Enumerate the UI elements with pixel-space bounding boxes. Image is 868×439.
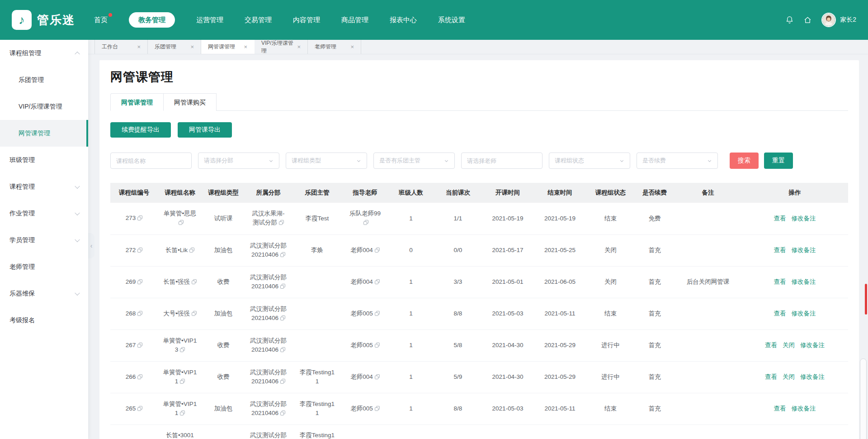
action-edit-remark[interactable]: 修改备注: [792, 215, 816, 222]
open-tab-3[interactable]: VIP/乐理课管理×: [255, 40, 308, 54]
cell-0-8: 2021-05-19: [482, 203, 533, 234]
copy-icon[interactable]: [280, 409, 285, 418]
nav-item-1[interactable]: 教务管理: [129, 12, 175, 28]
sidebar-item-label: 老师管理: [9, 263, 35, 270]
action-close[interactable]: 关闭: [783, 373, 795, 380]
nav-item-6[interactable]: 报表中心: [390, 16, 417, 24]
copy-icon[interactable]: [137, 214, 142, 223]
action-view[interactable]: 查看: [774, 215, 786, 222]
copy-icon[interactable]: [280, 251, 285, 260]
avatar[interactable]: [821, 13, 836, 27]
nav-item-3[interactable]: 交易管理: [245, 16, 272, 24]
scrollbar-thumb[interactable]: [860, 358, 867, 439]
open-tab-2[interactable]: 网管课管理×: [201, 40, 255, 54]
copy-icon[interactable]: [375, 405, 380, 414]
action-view[interactable]: 查看: [774, 278, 786, 285]
copy-icon[interactable]: [363, 219, 368, 228]
cell-7-3: 武汉测试分部: [245, 425, 292, 439]
copy-icon[interactable]: [279, 219, 284, 228]
copy-icon[interactable]: [375, 246, 380, 255]
copy-icon[interactable]: [137, 310, 142, 319]
sidebar-item-3[interactable]: 网管课管理: [0, 120, 88, 147]
copy-icon[interactable]: [137, 341, 142, 350]
close-icon[interactable]: ×: [350, 44, 354, 50]
filter-input-4[interactable]: [461, 153, 542, 169]
bell-icon[interactable]: [785, 15, 794, 24]
copy-icon[interactable]: [280, 346, 285, 355]
close-icon[interactable]: ×: [190, 44, 194, 50]
action-view[interactable]: 查看: [774, 405, 786, 412]
action-edit-remark[interactable]: 修改备注: [792, 247, 816, 253]
sidebar-item-7[interactable]: 学员管理: [0, 227, 88, 253]
close-icon[interactable]: ×: [244, 44, 247, 50]
filter-select-2[interactable]: 课程组类型: [286, 153, 367, 169]
cell-text: 结束: [604, 215, 617, 222]
filter-input[interactable]: [116, 157, 186, 164]
filter-input[interactable]: [467, 157, 537, 164]
copy-icon[interactable]: [189, 246, 194, 255]
close-icon[interactable]: ×: [297, 44, 301, 50]
export-button-1[interactable]: 网管课导出: [178, 122, 232, 138]
search-button[interactable]: 搜索: [730, 153, 759, 169]
copy-icon[interactable]: [137, 278, 142, 287]
copy-icon[interactable]: [137, 246, 142, 255]
sidebar-item-5[interactable]: 课程管理: [0, 173, 88, 200]
copy-icon[interactable]: [375, 341, 380, 350]
filter-select-5[interactable]: 课程组状态: [549, 153, 630, 169]
sidebar-item-9[interactable]: 乐器维保: [0, 280, 88, 307]
copy-icon[interactable]: [179, 219, 184, 228]
nav-item-7[interactable]: 系统设置: [438, 16, 465, 24]
action-close[interactable]: 关闭: [783, 342, 795, 348]
export-button-0[interactable]: 续费提醒导出: [110, 122, 171, 138]
copy-icon[interactable]: [137, 373, 142, 382]
action-edit-remark[interactable]: 修改备注: [792, 405, 816, 412]
action-edit-remark[interactable]: 修改备注: [792, 310, 816, 317]
sidebar-item-4[interactable]: 班级管理: [0, 147, 88, 173]
content-tab-1[interactable]: 网管课购买: [164, 93, 217, 111]
cell-text: 李霞Testing11: [300, 401, 335, 416]
sidebar-item-2[interactable]: VIP/乐理课管理: [0, 93, 88, 120]
copy-icon[interactable]: [280, 314, 285, 323]
action-edit-remark[interactable]: 修改备注: [800, 373, 825, 380]
nav-item-0[interactable]: 首页: [94, 16, 108, 24]
action-edit-remark[interactable]: 修改备注: [800, 342, 825, 348]
sidebar-collapse-handle[interactable]: ‹: [88, 233, 94, 258]
nav-item-4[interactable]: 内容管理: [293, 16, 320, 24]
copy-icon[interactable]: [375, 278, 380, 287]
copy-icon[interactable]: [192, 310, 197, 319]
copy-icon[interactable]: [280, 377, 285, 387]
copy-icon[interactable]: [192, 278, 197, 287]
sidebar-item-6[interactable]: 作业管理: [0, 200, 88, 227]
filter-select-1[interactable]: 请选择分部: [198, 153, 279, 169]
content-tab-0[interactable]: 网管课管理: [110, 93, 164, 111]
app-logo[interactable]: ♪: [12, 10, 32, 30]
nav-item-5[interactable]: 商品管理: [341, 16, 368, 24]
sidebar-item-1[interactable]: 乐团管理: [0, 67, 88, 93]
nav-item-2[interactable]: 运营管理: [196, 16, 223, 24]
open-tab-0[interactable]: 工作台×: [94, 40, 148, 54]
copy-icon[interactable]: [375, 373, 380, 382]
copy-icon[interactable]: [180, 409, 185, 418]
copy-icon[interactable]: [137, 405, 142, 414]
action-view[interactable]: 查看: [774, 310, 786, 317]
open-tab-1[interactable]: 乐团管理×: [148, 40, 201, 54]
copy-icon[interactable]: [180, 377, 185, 387]
close-icon[interactable]: ×: [137, 44, 141, 50]
home-icon[interactable]: [803, 16, 812, 24]
action-view[interactable]: 查看: [765, 373, 777, 380]
sidebar-item-0[interactable]: 课程组管理: [0, 40, 88, 67]
open-tab-4[interactable]: 老师管理×: [308, 40, 361, 54]
copy-icon[interactable]: [375, 310, 380, 319]
copy-icon[interactable]: [180, 346, 185, 355]
sidebar-item-8[interactable]: 老师管理: [0, 253, 88, 280]
filter-select-3[interactable]: 是否有乐团主管: [373, 153, 455, 169]
action-edit-remark[interactable]: 修改备注: [792, 278, 816, 285]
filter-input-0[interactable]: [110, 153, 192, 169]
sidebar-item-10[interactable]: 考级报名: [0, 307, 88, 334]
scrollbar-thumb-red[interactable]: [865, 284, 867, 315]
reset-button[interactable]: 重置: [764, 153, 793, 169]
action-view[interactable]: 查看: [774, 247, 786, 253]
copy-icon[interactable]: [280, 282, 285, 291]
filter-select-6[interactable]: 是否续费: [637, 153, 718, 169]
action-view[interactable]: 查看: [765, 342, 777, 348]
